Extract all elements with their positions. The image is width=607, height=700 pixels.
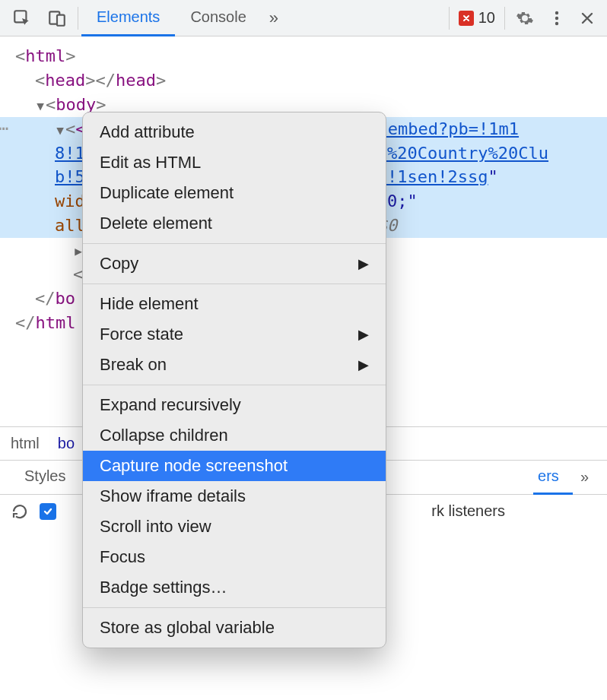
menu-delete-element[interactable]: Delete element — [83, 208, 386, 239]
menu-collapse-children[interactable]: Collapse children — [83, 420, 386, 451]
crumb-body[interactable]: bo — [58, 435, 75, 452]
error-icon — [459, 11, 474, 26]
menu-edit-as-html[interactable]: Edit as HTML — [83, 147, 386, 178]
menu-force-state[interactable]: Force state▶ — [83, 319, 386, 350]
dom-node-html[interactable]: <html> — [0, 44, 607, 68]
menu-scroll-into-view[interactable]: Scroll into view — [83, 512, 386, 542]
menu-hide-element[interactable]: Hide element — [83, 289, 386, 319]
chevron-right-icon: ▶ — [358, 356, 369, 373]
dom-node-head[interactable]: <head></head> — [0, 68, 607, 93]
tab-elements[interactable]: Elements — [81, 0, 175, 36]
chevron-right-icon: ▶ — [358, 326, 369, 343]
toolbar-separator — [78, 7, 78, 30]
inspect-element-icon[interactable] — [5, 0, 40, 36]
devtools-toolbar: Elements Console » 10 — [0, 0, 607, 36]
svg-point-5 — [555, 21, 558, 24]
context-menu: Add attribute Edit as HTML Duplicate ele… — [82, 112, 386, 648]
svg-point-4 — [555, 16, 558, 19]
menu-break-on[interactable]: Break on▶ — [83, 350, 386, 380]
subtab-styles[interactable]: Styles — [11, 460, 79, 495]
settings-gear-icon[interactable] — [508, 0, 542, 36]
refresh-icon[interactable] — [11, 502, 29, 521]
svg-rect-2 — [57, 14, 65, 25]
menu-duplicate-element[interactable]: Duplicate element — [83, 178, 386, 208]
close-devtools-icon[interactable] — [572, 0, 602, 36]
kebab-menu-icon[interactable] — [542, 0, 572, 36]
crumb-html[interactable]: html — [11, 435, 40, 452]
toolbar-separator — [504, 7, 505, 30]
panel-tabs: Elements Console » — [81, 0, 286, 36]
menu-badge-settings[interactable]: Badge settings… — [83, 572, 386, 603]
menu-expand-recursively[interactable]: Expand recursively — [83, 390, 386, 420]
errors-count: 10 — [478, 9, 495, 27]
more-tabs-icon[interactable]: » — [262, 0, 286, 36]
tab-console[interactable]: Console — [175, 0, 261, 36]
framework-listeners-label: rk listeners — [431, 502, 505, 520]
ancestors-checkbox[interactable] — [40, 503, 56, 520]
menu-store-as-global[interactable]: Store as global variable — [83, 613, 386, 643]
menu-add-attribute[interactable]: Add attribute — [83, 117, 386, 147]
menu-capture-node-screenshot[interactable]: Capture node screenshot — [83, 451, 386, 481]
menu-show-iframe-details[interactable]: Show iframe details — [83, 481, 386, 512]
more-subtabs-icon[interactable]: » — [573, 468, 596, 486]
menu-focus[interactable]: Focus — [83, 542, 386, 572]
overflow-ellipsis-icon: … — [0, 112, 10, 137]
menu-copy[interactable]: Copy▶ — [83, 249, 386, 279]
device-toggle-icon[interactable] — [40, 0, 75, 36]
errors-badge[interactable]: 10 — [453, 8, 501, 28]
chevron-right-icon: ▶ — [358, 255, 369, 272]
subtab-event-listeners[interactable]: ers — [533, 460, 573, 495]
svg-point-3 — [555, 11, 558, 14]
toolbar-separator — [449, 7, 450, 30]
